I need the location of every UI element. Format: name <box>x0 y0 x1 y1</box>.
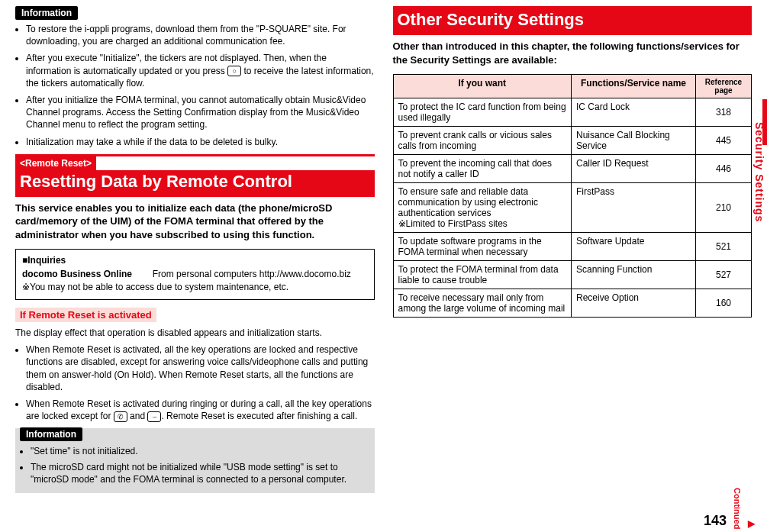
other-security-banner: Other Security Settings <box>393 6 752 35</box>
cell-ref: 521 <box>696 233 752 261</box>
col-header-want: If you want <box>393 75 572 98</box>
cell-fn: Receive Option <box>572 289 696 318</box>
docomo-link-label: docomo Business Online <box>22 269 132 279</box>
table-row: To ensure safe and reliable data communi… <box>393 183 752 233</box>
key-icon: ✆ <box>114 411 127 422</box>
bullet-item: Initialization may take a while if the d… <box>26 136 375 148</box>
banner-tag: <Remote Reset> <box>15 156 96 170</box>
inquiries-heading: ■Inquiries <box>22 254 368 267</box>
cell-want: To receive necessary mail only from amon… <box>393 289 572 318</box>
bullet-item: The microSD card might not be initialize… <box>31 461 375 485</box>
cell-fn: Software Update <box>572 233 696 261</box>
table-row: To protect the FOMA terminal from data l… <box>393 261 752 289</box>
inquiries-note: ※You may not be able to access due to sy… <box>22 281 368 294</box>
inquiries-box: ■Inquiries docomo Business Online From p… <box>15 249 375 299</box>
other-security-lead: Other than introduced in this chapter, t… <box>393 40 752 66</box>
cell-fn: FirstPass <box>572 183 696 233</box>
table-row: To receive necessary mail only from amon… <box>393 289 752 318</box>
key-icon: ⏤ <box>147 411 161 422</box>
cell-ref: 527 <box>696 261 752 289</box>
cell-ref: 446 <box>696 155 752 183</box>
cell-want: To update software programs in the FOMA … <box>393 233 572 261</box>
page-footer: 143 Continued ▶ <box>704 488 755 529</box>
bullet-item: When Remote Reset is activated during ri… <box>26 398 375 422</box>
cell-fn: Scanning Function <box>572 261 696 289</box>
cell-fn: Nuisance Call Blocking Service <box>572 127 696 155</box>
bullet-item: "Set time" is not initialized. <box>31 445 375 457</box>
remote-reset-banner: <Remote Reset> Resetting Data by Remote … <box>15 154 375 197</box>
table-row: To prevent the incoming call that does n… <box>393 155 752 183</box>
cell-want: To protect the IC card function from bei… <box>393 98 572 127</box>
bullet-item: When Remote Reset is activated, all the … <box>26 343 375 393</box>
remote-reset-lead: This service enables you to initialize e… <box>15 202 375 242</box>
information-label-bottom: Information <box>20 427 82 441</box>
docomo-link-text: From personal computers http://www.docom… <box>153 269 351 279</box>
bottom-info-block: Information "Set time" is not initialize… <box>15 428 375 493</box>
cell-ref: 160 <box>696 289 752 318</box>
col-header-ref: Reference page <box>696 75 752 98</box>
cell-want: To protect the FOMA terminal from data l… <box>393 261 572 289</box>
left-column: Information To restore the i-αppli progr… <box>15 6 375 493</box>
key-icon: ○ <box>227 66 241 76</box>
col-header-fn: Functions/Service name <box>572 75 696 98</box>
bullet-item: To restore the i-αppli programs, downloa… <box>26 23 375 47</box>
security-table: If you want Functions/Service name Refer… <box>393 74 752 318</box>
cell-ref: 445 <box>696 127 752 155</box>
banner-title: Resetting Data by Remote Control <box>15 170 375 195</box>
table-row: To update software programs in the FOMA … <box>393 233 752 261</box>
cell-want: To prevent the incoming call that does n… <box>393 155 572 183</box>
banner-title: Other Security Settings <box>393 8 752 33</box>
section-thumb-tab <box>762 99 767 145</box>
bullet-item: After you execute "Initialize", the tick… <box>26 52 375 89</box>
cell-ref: 210 <box>696 183 752 233</box>
top-info-bullets: To restore the i-αppli programs, downloa… <box>15 23 375 148</box>
inquiries-line: docomo Business Online From personal com… <box>22 268 368 281</box>
arrow-icon: ▶ <box>748 518 755 529</box>
cell-fn: IC Card Lock <box>572 98 696 127</box>
bullet-item: After you initialize the FOMA terminal, … <box>26 94 375 131</box>
cell-want: To prevent crank calls or vicious sales … <box>393 127 572 155</box>
remote-reset-bullets: When Remote Reset is activated, all the … <box>15 343 375 422</box>
remote-reset-paragraph: The display effect that operation is dis… <box>15 327 375 340</box>
continued-label: Continued <box>733 488 742 529</box>
cell-fn: Caller ID Request <box>572 155 696 183</box>
subheading-pink: If Remote Reset is activated <box>15 308 156 322</box>
table-row: To prevent crank calls or vicious sales … <box>393 127 752 155</box>
information-label-top: Information <box>15 6 78 20</box>
cell-ref: 318 <box>696 98 752 127</box>
page-number: 143 <box>704 513 727 529</box>
table-row: To protect the IC card function from bei… <box>393 98 752 127</box>
right-column: Other Security Settings Other than intro… <box>393 6 752 493</box>
cell-want: To ensure safe and reliable data communi… <box>393 183 572 233</box>
